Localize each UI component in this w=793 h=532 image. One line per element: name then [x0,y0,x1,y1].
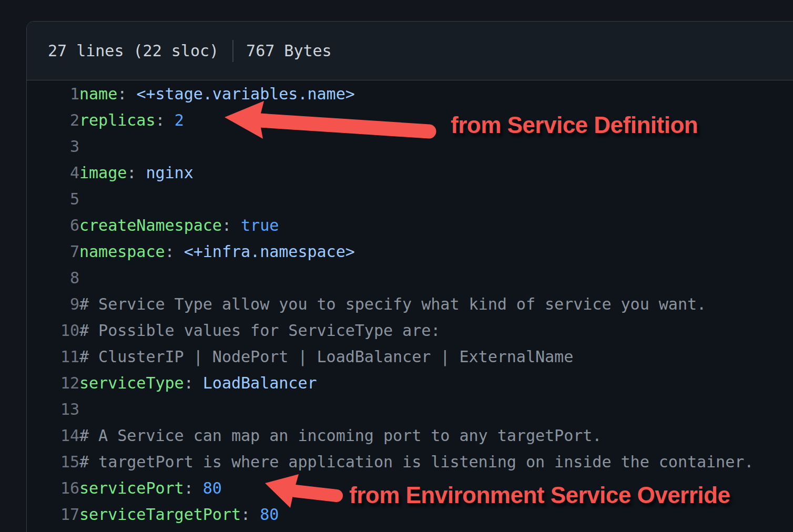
file-viewer-panel: 27 lines (22 sloc) 767 Bytes 1name: <+st… [26,21,793,532]
code-token: : [222,216,241,234]
code-line-content: serviceType: LoadBalancer [79,370,793,396]
line-number[interactable]: 17 [27,501,79,527]
code-token: replicas [79,111,156,129]
line-number[interactable]: 1 [27,80,79,107]
code-line: 5 [27,186,793,212]
code-line-content [79,396,793,422]
line-number[interactable]: 16 [27,475,79,501]
code-token: name [79,85,117,103]
code-line-content: name: <+stage.variables.name> [79,80,793,107]
code-token: # Service Type allow you to specify what… [79,295,706,313]
code-line-content: # targetPort is where application is lis… [79,448,793,475]
line-number[interactable]: 4 [27,159,79,186]
code-token: 80 [260,505,279,524]
line-number[interactable]: 5 [27,186,79,212]
code-line-content: # Possible values for ServiceType are: [79,317,793,343]
code-token: true [241,216,279,234]
code-table: 1name: <+stage.variables.name>2replicas:… [27,80,793,527]
code-token: 2 [175,111,184,129]
line-number[interactable]: 14 [27,422,79,448]
line-number[interactable]: 6 [27,212,79,238]
code-token: <+stage.variables.name> [136,85,354,103]
code-line: 15# targetPort is where application is l… [27,448,793,475]
code-line-content: # ClusterIP | NodePort | LoadBalancer | … [79,343,793,370]
code-line: 10# Possible values for ServiceType are: [27,317,793,343]
code-token: : [184,374,203,392]
code-token: : [165,242,184,261]
code-token: : [156,111,175,129]
code-line: 13 [27,396,793,422]
code-token: servicePort [79,479,184,497]
code-token: createNamespace [79,216,222,234]
code-token: # ClusterIP | NodePort | LoadBalancer | … [79,347,573,366]
line-number[interactable]: 7 [27,238,79,264]
code-token: image [79,163,127,182]
line-number[interactable]: 11 [27,343,79,370]
code-token: : [127,163,146,182]
code-token: nginx [146,163,193,182]
code-token: : [117,85,136,103]
code-token: serviceType [79,374,184,392]
code-token: # A Service can map an incoming port to … [79,426,602,445]
code-token: serviceTargetPort [79,505,241,524]
code-line: 6createNamespace: true [27,212,793,238]
code-line-content: # A Service can map an incoming port to … [79,422,793,448]
line-number[interactable]: 8 [27,264,79,291]
code-token: # targetPort is where application is lis… [79,453,754,471]
code-line: 7namespace: <+infra.namespace> [27,238,793,264]
code-line: 11# ClusterIP | NodePort | LoadBalancer … [27,343,793,370]
line-number[interactable]: 10 [27,317,79,343]
code-line: 9# Service Type allow you to specify wha… [27,291,793,317]
line-number[interactable]: 2 [27,107,79,133]
line-number[interactable]: 15 [27,448,79,475]
code-table-body: 1name: <+stage.variables.name>2replicas:… [27,80,793,527]
annotation-service-definition: from Service Definition [451,112,698,138]
code-line-content: # Service Type allow you to specify what… [79,291,793,317]
code-line-content: createNamespace: true [79,212,793,238]
code-line-content: image: nginx [79,159,793,186]
code-line-content [79,186,793,212]
header-divider [232,40,233,62]
code-line: 12serviceType: LoadBalancer [27,370,793,396]
code-token: : [184,479,203,497]
line-number[interactable]: 9 [27,291,79,317]
code-line: 8 [27,264,793,291]
code-token: <+infra.namespace> [184,242,355,261]
annotation-environment-service-override: from Environment Service Override [349,483,730,508]
code-token: 80 [203,479,222,497]
code-token: LoadBalancer [203,374,317,392]
code-token: namespace [79,242,165,261]
line-number[interactable]: 12 [27,370,79,396]
file-size-info: 767 Bytes [246,42,332,60]
file-lines-info: 27 lines (22 sloc) [48,42,219,60]
line-number[interactable]: 13 [27,396,79,422]
code-token: # Possible values for ServiceType are: [79,321,440,340]
code-viewer: 1name: <+stage.variables.name>2replicas:… [27,80,793,527]
code-line-content: namespace: <+infra.namespace> [79,238,793,264]
code-token: : [241,505,260,524]
code-line: 4image: nginx [27,159,793,186]
file-header: 27 lines (22 sloc) 767 Bytes [27,22,793,80]
line-number[interactable]: 3 [27,133,79,159]
code-line: 1name: <+stage.variables.name> [27,80,793,107]
code-line-content [79,264,793,291]
code-line: 14# A Service can map an incoming port t… [27,422,793,448]
